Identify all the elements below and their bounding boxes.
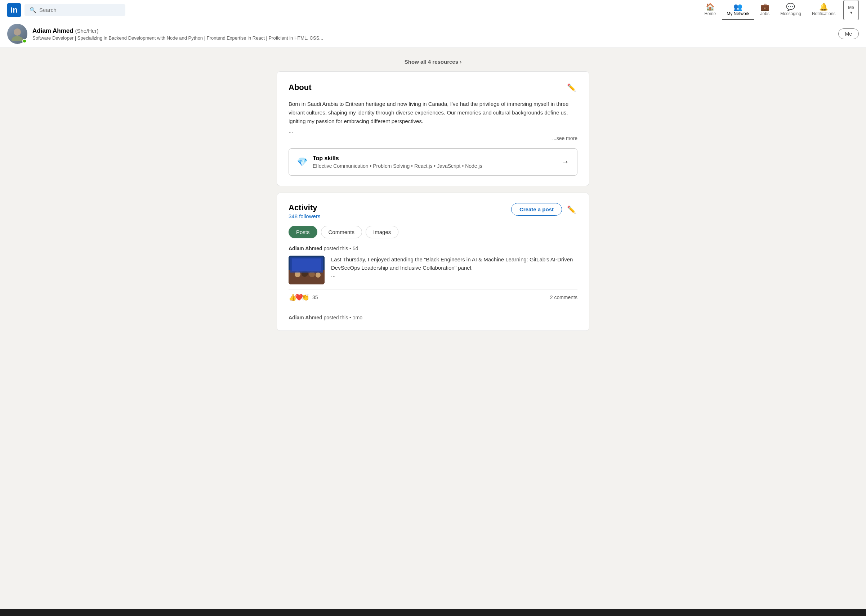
skills-content: Top skills Effective Communication • Pro… (313, 155, 482, 169)
post-1-content: Last Thursday, I enjoyed attending the "… (288, 256, 578, 284)
activity-card: Activity 348 followers Create a post ✏️ … (277, 193, 589, 331)
reaction-icons: 👍 ❤️ 👏 (288, 294, 308, 301)
chevron-down-icon: ▾ (850, 10, 852, 15)
about-body: Born in Saudi Arabia to Eritrean heritag… (288, 100, 578, 126)
post-thumbnail-image (288, 256, 324, 284)
jobs-icon: 💼 (761, 3, 770, 11)
post-1-ellipsis: ... (331, 272, 578, 278)
profile-name: Adiam Ahmed (She/Her) (32, 27, 833, 35)
nav-items: 🏠 Home 👥 My Network 💼 Jobs 💬 Messaging 🔔… (700, 0, 859, 20)
post-2-meta-suffix: posted this • 1mo (324, 315, 363, 321)
activity-title: Activity (288, 203, 320, 212)
clap-emoji: 👏 (302, 294, 309, 301)
svg-point-1 (11, 36, 23, 41)
profile-info: Adiam Ahmed (She/Her) Software Developer… (32, 27, 833, 41)
nav-messaging[interactable]: 💬 Messaging (776, 0, 806, 20)
post-1-meta: Adiam Ahmed posted this • 5d (288, 245, 578, 251)
show-resources-bar: Show all 4 resources › (277, 55, 589, 71)
followers-count[interactable]: 348 followers (288, 213, 320, 219)
search-icon: 🔍 (30, 7, 36, 13)
post-2-meta: Adiam Ahmed posted this • 1mo (288, 315, 578, 321)
me-dropdown[interactable]: Me ▾ (843, 0, 859, 20)
top-skills-box[interactable]: 💎 Top skills Effective Communication • P… (288, 148, 578, 176)
online-indicator (22, 39, 27, 43)
show-resources-link[interactable]: Show all 4 resources › (405, 59, 461, 65)
svg-rect-9 (292, 258, 321, 271)
me-button[interactable]: Me (838, 28, 859, 39)
post-1-author: Adiam Ahmed (288, 245, 323, 251)
post-1-thumbnail (288, 256, 324, 284)
search-input[interactable] (39, 7, 120, 13)
skills-list: Effective Communication • Problem Solvin… (313, 163, 482, 169)
post-1-text-block: Last Thursday, I enjoyed attending the "… (331, 256, 578, 278)
search-bar[interactable]: 🔍 (25, 4, 125, 16)
notifications-icon: 🔔 (819, 3, 828, 11)
activity-title-block: Activity 348 followers (288, 203, 320, 219)
nav-jobs-label: Jobs (761, 11, 770, 16)
post-1-reactions: 👍 ❤️ 👏 35 2 comments (288, 289, 578, 301)
nav-messaging-label: Messaging (780, 11, 801, 16)
avatar-container (7, 24, 27, 44)
activity-header: Activity 348 followers Create a post ✏️ (288, 203, 578, 219)
svg-point-0 (14, 28, 21, 36)
navbar: in 🔍 🏠 Home 👥 My Network 💼 Jobs 💬 Messag… (0, 0, 866, 20)
nav-my-network[interactable]: 👥 My Network (722, 0, 754, 20)
main-content: Show all 4 resources › About ✏️ Born in … (271, 48, 595, 344)
my-network-icon: 👥 (734, 3, 742, 11)
post-thumbnail-inner (288, 256, 324, 284)
about-card: About ✏️ Born in Saudi Arabia to Eritrea… (277, 71, 589, 186)
activity-actions: Create a post ✏️ (511, 203, 578, 216)
nav-jobs[interactable]: 💼 Jobs (756, 0, 774, 20)
reactions-count: 35 (312, 294, 318, 300)
about-header: About ✏️ (288, 82, 578, 93)
reactions-left: 👍 ❤️ 👏 35 (288, 294, 318, 301)
profile-headline: Software Developer | Specializing in Bac… (32, 35, 833, 41)
tab-images[interactable]: Images (365, 226, 398, 238)
about-ellipsis: ... (288, 128, 578, 134)
diamond-icon: 💎 (297, 157, 308, 167)
post-1-text: Last Thursday, I enjoyed attending the "… (331, 256, 578, 272)
avatar-image (10, 27, 25, 41)
activity-edit-icon[interactable]: ✏️ (565, 204, 578, 215)
skills-left: 💎 Top skills Effective Communication • P… (297, 155, 482, 169)
about-title: About (288, 83, 312, 92)
tab-comments[interactable]: Comments (321, 226, 362, 238)
home-icon: 🏠 (706, 3, 715, 11)
comments-count: 2 comments (550, 294, 578, 300)
nav-notifications[interactable]: 🔔 Notifications (808, 0, 840, 20)
nav-notifications-label: Notifications (812, 11, 835, 16)
skills-arrow-icon[interactable]: → (561, 157, 569, 167)
me-label: Me (848, 5, 854, 10)
nav-my-network-label: My Network (727, 11, 749, 16)
create-post-button[interactable]: Create a post (511, 203, 562, 216)
messaging-icon: 💬 (786, 3, 795, 11)
svg-point-7 (316, 273, 321, 278)
activity-tabs: Posts Comments Images (288, 226, 578, 238)
see-more-link[interactable]: ...see more (288, 135, 578, 141)
nav-home[interactable]: 🏠 Home (700, 0, 720, 20)
about-edit-icon[interactable]: ✏️ (565, 82, 578, 93)
tab-posts[interactable]: Posts (288, 226, 317, 238)
profile-bar: Adiam Ahmed (She/Her) Software Developer… (0, 20, 866, 48)
nav-home-label: Home (704, 11, 716, 16)
post-1-meta-suffix: posted this • 5d (324, 245, 359, 251)
skills-title: Top skills (313, 155, 482, 162)
linkedin-logo[interactable]: in (7, 3, 21, 17)
profile-pronoun: (She/Her) (75, 28, 98, 34)
post-2-author: Adiam Ahmed (288, 315, 323, 321)
